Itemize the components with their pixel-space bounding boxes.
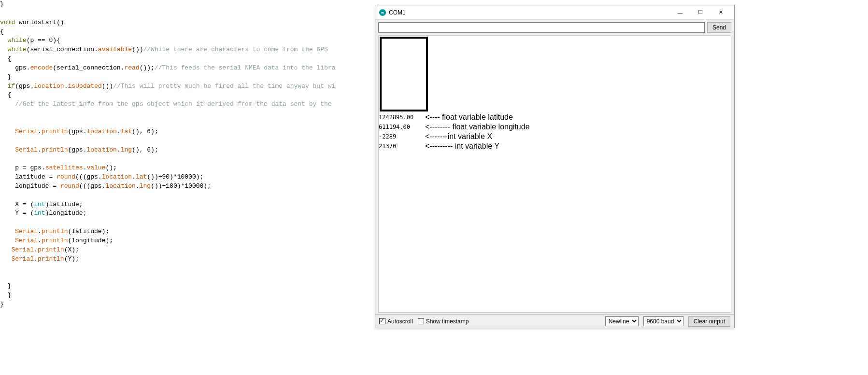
code-line [0, 264, 375, 273]
code-line [0, 218, 375, 227]
code-line: Serial.println(longitude); [0, 236, 375, 246]
minimize-button[interactable]: — [670, 6, 690, 19]
annotation-x: <-------int variable X [425, 132, 492, 141]
value-longitude-float: 611194.00 [379, 124, 422, 130]
value-x-int: -2289 [379, 133, 422, 140]
code-line: } [0, 0, 375, 9]
code-line: } [0, 282, 375, 291]
window-controls: — ☐ ✕ [670, 6, 730, 19]
arduino-icon: ∞ [379, 9, 386, 16]
maximize-button[interactable]: ☐ [691, 6, 710, 19]
send-row: Send [375, 20, 734, 35]
serial-output-area[interactable]: 1242895.00 <---- float variable latitude… [378, 35, 731, 313]
code-line: Serial.println(latitude); [0, 227, 375, 236]
code-line: { [0, 28, 375, 37]
serial-bottom-bar: Autoscroll Show timestamp Newline 9600 b… [375, 314, 734, 328]
timestamp-label: Show timestamp [426, 318, 469, 325]
code-line: longitude = round(((gps.location.lng())+… [0, 182, 375, 191]
window-titlebar[interactable]: ∞ COM1 — ☐ ✕ [375, 5, 734, 20]
code-line: //Get the latest info from the gps objec… [0, 100, 375, 109]
window-title: COM1 [389, 9, 670, 16]
code-line: { [0, 91, 375, 100]
output-row-y: 21370 <--------- int variable Y [379, 142, 499, 151]
code-line: } [0, 73, 375, 82]
annotation-latitude: <---- float variable latitude [425, 113, 513, 122]
autoscroll-label: Autoscroll [387, 318, 413, 325]
baud-select[interactable]: 9600 baud [643, 316, 683, 326]
serial-input[interactable] [378, 22, 705, 33]
code-line: } [0, 291, 375, 300]
code-line [0, 137, 375, 146]
code-line: Serial.println(gps.location.lng(), 6); [0, 146, 375, 155]
code-editor[interactable]: } void worldstart(){ while(p == 0){ whil… [0, 0, 375, 375]
code-line: { [0, 55, 375, 64]
serial-monitor-window: ∞ COM1 — ☐ ✕ Send 1242895.00 <---- float… [375, 5, 735, 328]
code-line [0, 109, 375, 118]
code-line: Serial.println(Y); [0, 255, 375, 264]
timestamp-checkbox[interactable] [418, 318, 424, 324]
clear-output-button[interactable]: Clear output [688, 316, 730, 327]
autoscroll-checkbox[interactable] [379, 318, 385, 324]
code-line [0, 273, 375, 282]
output-row-x: -2289 <-------int variable X [379, 132, 492, 141]
close-button[interactable]: ✕ [711, 6, 730, 19]
output-row-latitude: 1242895.00 <---- float variable latitude [379, 113, 513, 122]
code-line: Serial.println(gps.location.lat(), 6); [0, 127, 375, 137]
code-line: Serial.println(X); [0, 246, 375, 255]
code-line: X = (int)latitude; [0, 200, 375, 209]
output-row-longitude: 611194.00 <-------- float variable longi… [379, 123, 530, 131]
code-line: if(gps.location.isUpdated())//This will … [0, 82, 375, 91]
line-ending-select[interactable]: Newline [605, 316, 639, 326]
send-button[interactable]: Send [707, 22, 731, 33]
autoscroll-checkbox-wrap[interactable]: Autoscroll [379, 318, 413, 325]
code-line: gps.encode(serial_connection.read());//T… [0, 64, 375, 73]
code-line [0, 118, 375, 127]
annotation-longitude: <-------- float variable longitude [425, 123, 530, 131]
timestamp-checkbox-wrap[interactable]: Show timestamp [418, 318, 469, 325]
code-line: p = gps.satellites.value(); [0, 164, 375, 173]
code-line: latitude = round(((gps.location.lat())+9… [0, 173, 375, 182]
value-latitude-float: 1242895.00 [379, 114, 422, 121]
code-line [0, 191, 375, 200]
annotation-box [380, 37, 428, 111]
code-line [0, 9, 375, 18]
value-y-int: 21370 [379, 143, 422, 150]
code-line: while(serial_connection.available())//Wh… [0, 45, 375, 55]
code-line [0, 154, 375, 164]
code-line: void worldstart() [0, 18, 375, 28]
code-line: Y = (int)longitude; [0, 209, 375, 218]
code-line: } [0, 300, 375, 309]
annotation-y: <--------- int variable Y [425, 142, 499, 151]
code-line: while(p == 0){ [0, 36, 375, 45]
